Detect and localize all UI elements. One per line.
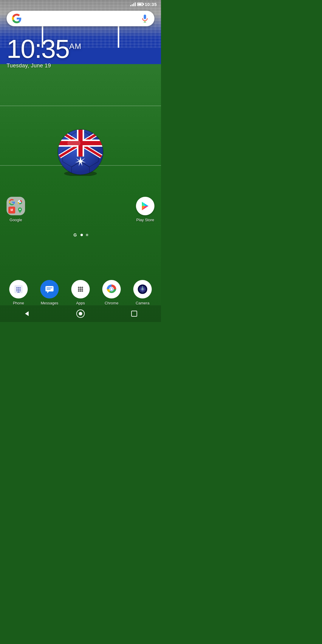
camera-label: Camera (136, 301, 149, 305)
search-bar[interactable] (7, 11, 154, 26)
svg-point-28 (19, 208, 21, 210)
svg-point-56 (110, 288, 113, 290)
play-store-icon (136, 197, 154, 215)
svg-point-46 (81, 287, 83, 288)
svg-point-38 (18, 290, 19, 291)
svg-point-45 (80, 287, 81, 288)
svg-point-52 (81, 290, 83, 292)
svg-point-27 (19, 201, 21, 203)
svg-point-23 (67, 139, 80, 147)
top-apps-row: M Google (0, 197, 161, 222)
football (57, 128, 104, 176)
svg-point-67 (79, 312, 82, 315)
page-dot-2 (86, 234, 88, 236)
svg-point-35 (18, 289, 19, 290)
google-logo-icon (12, 14, 21, 23)
svg-point-51 (80, 290, 81, 292)
svg-rect-40 (46, 286, 54, 292)
status-time: 10:35 (145, 2, 157, 7)
svg-point-37 (16, 290, 18, 291)
svg-point-32 (18, 287, 19, 288)
clock-date: Tuesday, June 19 (7, 63, 81, 69)
google-g-mini (8, 199, 15, 205)
messages-app[interactable]: Messages (40, 280, 59, 305)
svg-point-39 (19, 290, 21, 291)
svg-rect-2 (144, 15, 146, 19)
apps-label: Apps (76, 301, 85, 305)
svg-point-33 (19, 287, 21, 288)
camera-icon (133, 280, 152, 298)
chrome-icon (102, 280, 121, 298)
play-store-label: Play Store (136, 218, 154, 222)
apps-icon (71, 280, 90, 298)
signal-icon (130, 2, 136, 6)
gmail-mini: M (8, 207, 15, 213)
svg-point-49 (81, 288, 83, 290)
svg-point-48 (80, 288, 81, 290)
page-dot-g: G (73, 233, 78, 237)
chrome-app[interactable]: Chrome (102, 280, 121, 305)
messages-icon (40, 280, 59, 298)
page-dots: G (73, 233, 88, 237)
nav-bar (0, 305, 161, 322)
chrome-mini (16, 199, 23, 205)
messages-label: Messages (41, 301, 58, 305)
clock-widget: 10:35AM Tuesday, June 19 (7, 36, 81, 69)
svg-point-47 (78, 288, 79, 290)
phone-icon (9, 280, 28, 298)
google-folder-label: Google (10, 218, 22, 222)
svg-marker-43 (47, 292, 49, 293)
clock-time: 10:35AM (7, 36, 81, 62)
back-button[interactable] (20, 307, 33, 320)
google-folder-icon[interactable]: M Google (7, 197, 25, 222)
svg-point-36 (19, 289, 21, 290)
svg-point-64 (142, 289, 143, 290)
dock: Phone Messages (0, 280, 161, 305)
phone-app[interactable]: Phone (9, 280, 28, 305)
apps-app[interactable]: Apps (71, 280, 90, 305)
svg-rect-68 (131, 311, 137, 316)
chrome-label: Chrome (105, 301, 118, 305)
mic-icon[interactable] (141, 14, 149, 23)
page-dot-1 (80, 234, 83, 236)
svg-point-44 (78, 287, 79, 288)
svg-marker-65 (25, 311, 29, 316)
svg-point-31 (16, 287, 18, 288)
status-bar: 10:35 (0, 0, 161, 8)
google-folder-grid: M (7, 197, 25, 215)
svg-point-34 (16, 289, 18, 290)
maps-mini (16, 207, 23, 213)
recents-button[interactable] (128, 307, 141, 320)
camera-app[interactable]: Camera (133, 280, 152, 305)
battery-icon (137, 3, 143, 6)
status-icons: 10:35 (130, 2, 157, 7)
svg-point-50 (78, 290, 79, 292)
home-button[interactable] (74, 307, 87, 320)
play-store-app[interactable]: Play Store (136, 197, 154, 222)
phone-label: Phone (13, 301, 24, 305)
